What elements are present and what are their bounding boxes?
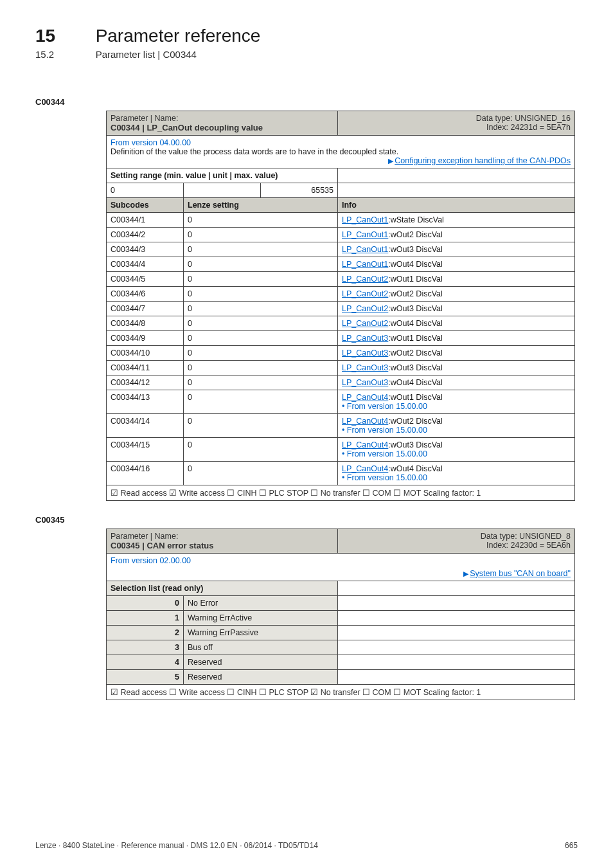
- lenze-setting-cell: 0: [184, 272, 338, 287]
- from-version-note[interactable]: • From version 15.00.00: [342, 426, 427, 435]
- data-type2: Data type: UNSIGNED_8: [481, 532, 571, 541]
- section-title: Parameter list | C00344: [96, 49, 197, 60]
- system-bus-link[interactable]: System bus "CAN on board": [470, 569, 571, 578]
- info-suffix: :wOut1 DiscVal: [388, 393, 443, 402]
- info-cell: LP_CanOut3:wOut2 DiscVal: [338, 346, 575, 361]
- description-cell: From version 04.00.00 Definition of the …: [107, 136, 575, 168]
- info-link[interactable]: LP_CanOut1: [342, 230, 388, 239]
- selection-number: 0: [107, 596, 184, 611]
- subcode-cell: C00344/13: [107, 390, 184, 414]
- info-cell: LP_CanOut4:wOut4 DiscVal • From version …: [338, 462, 575, 485]
- table-footer: ☑ Read access ☑ Write access ☐ CINH ☐ PL…: [107, 485, 575, 501]
- from-version2-link[interactable]: From version 02.00.00: [111, 556, 191, 565]
- info-suffix: :wOut3 DiscVal: [388, 245, 443, 254]
- chapter-number: 15: [35, 26, 93, 46]
- from-version-note[interactable]: • From version 15.00.00: [342, 449, 427, 458]
- selection-text: Warning ErrActive: [184, 611, 338, 626]
- selection-number: 2: [107, 626, 184, 640]
- from-version-note[interactable]: • From version 15.00.00: [342, 402, 427, 411]
- range-blank: [338, 183, 575, 198]
- lenze-setting-cell: 0: [184, 390, 338, 414]
- param-table-c00344: Parameter | Name: C00344 | LP_CanOut dec…: [106, 111, 575, 501]
- info-link[interactable]: LP_CanOut3: [342, 378, 388, 387]
- info-cell: LP_CanOut2:wOut1 DiscVal: [338, 272, 575, 287]
- param-table-c00345: Parameter | Name: C00345 | CAN error sta…: [106, 529, 575, 700]
- info-suffix: :wOut3 DiscVal: [388, 304, 443, 313]
- subcode-cell: C00344/1: [107, 213, 184, 228]
- lenze-setting-cell: 0: [184, 414, 338, 438]
- info-cell: LP_CanOut4:wOut3 DiscVal • From version …: [338, 438, 575, 462]
- lenze-setting-cell: 0: [184, 257, 338, 272]
- info-link[interactable]: LP_CanOut3: [342, 363, 388, 372]
- lenze-setting-cell: 0: [184, 242, 338, 257]
- lenze-setting-cell: 0: [184, 346, 338, 361]
- subcode-cell: C00344/12: [107, 375, 184, 390]
- info-suffix: :wOut2 DiscVal: [388, 348, 443, 357]
- table2-footer: ☑ Read access ☐ Write access ☐ CINH ☐ PL…: [107, 685, 575, 700]
- info-link[interactable]: LP_CanOut1: [342, 245, 388, 254]
- table-header-right: Data type: UNSIGNED_16 Index: 24231d = 5…: [338, 111, 575, 136]
- col-lenze-setting: Lenze setting: [184, 198, 338, 213]
- lenze-setting-cell: 0: [184, 462, 338, 485]
- col-subcodes: Subcodes: [107, 198, 184, 213]
- info-link[interactable]: LP_CanOut1: [342, 215, 388, 224]
- info-link[interactable]: LP_CanOut3: [342, 348, 388, 357]
- config-link[interactable]: Configuring exception handling of the CA…: [395, 156, 571, 165]
- table2-header-right: Data type: UNSIGNED_8 Index: 24230d = 5E…: [338, 529, 575, 554]
- subcode-cell: C00344/10: [107, 346, 184, 361]
- min-value: 0: [107, 183, 184, 198]
- unit-blank: [184, 183, 261, 198]
- selection-number: 5: [107, 670, 184, 685]
- info-link[interactable]: LP_CanOut2: [342, 289, 388, 298]
- page-footer: Lenze · 8400 StateLine · Reference manua…: [35, 841, 578, 850]
- subcode-cell: C00344/2: [107, 228, 184, 242]
- footer-left: Lenze · 8400 StateLine · Reference manua…: [35, 841, 318, 850]
- from-version-note[interactable]: • From version 15.00.00: [342, 473, 427, 482]
- header-label: Parameter | Name:: [111, 114, 178, 123]
- info-link[interactable]: LP_CanOut4: [342, 464, 388, 473]
- selection-text: Reserved: [184, 655, 338, 670]
- info-link[interactable]: LP_CanOut4: [342, 393, 388, 402]
- info-link[interactable]: LP_CanOut2: [342, 304, 388, 313]
- subcode-cell: C00344/7: [107, 302, 184, 316]
- info-suffix: :wOut2 DiscVal: [388, 417, 443, 426]
- data-type: Data type: UNSIGNED_16: [476, 114, 571, 123]
- selection-number: 1: [107, 611, 184, 626]
- subcode-cell: C00344/4: [107, 257, 184, 272]
- setting-range-blank: [338, 168, 575, 183]
- lenze-setting-cell: 0: [184, 287, 338, 302]
- code-anchor-c00344: C00344: [35, 97, 578, 107]
- from-version-link[interactable]: From version 04.00.00: [111, 138, 191, 147]
- info-link[interactable]: LP_CanOut4: [342, 417, 388, 426]
- selection-blank-cell: [338, 596, 575, 611]
- info-suffix: :wOut2 DiscVal: [388, 289, 443, 298]
- header2-name: C00345 | CAN error status: [111, 541, 213, 550]
- info-cell: LP_CanOut3:wOut1 DiscVal: [338, 331, 575, 346]
- lenze-setting-cell: 0: [184, 302, 338, 316]
- lenze-setting-cell: 0: [184, 213, 338, 228]
- index-value: Index: 24231d = 5EA7h: [486, 123, 571, 132]
- info-link[interactable]: LP_CanOut1: [342, 260, 388, 269]
- selection-blank-cell: [338, 670, 575, 685]
- index-value2: Index: 24230d = 5EA6h: [486, 541, 571, 550]
- info-link[interactable]: LP_CanOut3: [342, 334, 388, 343]
- info-cell: LP_CanOut2:wOut2 DiscVal: [338, 287, 575, 302]
- selection-text: No Error: [184, 596, 338, 611]
- selection-blank-cell: [338, 611, 575, 626]
- info-suffix: :wOut1 DiscVal: [388, 334, 443, 343]
- info-cell: LP_CanOut4:wOut1 DiscVal • From version …: [338, 390, 575, 414]
- info-link[interactable]: LP_CanOut2: [342, 319, 388, 328]
- info-cell: LP_CanOut3:wOut3 DiscVal: [338, 361, 575, 375]
- info-suffix: :wOut2 DiscVal: [388, 230, 443, 239]
- selection-text: Bus off: [184, 640, 338, 655]
- info-link[interactable]: LP_CanOut2: [342, 275, 388, 284]
- definition-text: Definition of the value the process data…: [111, 147, 398, 156]
- lenze-setting-cell: 0: [184, 361, 338, 375]
- selection-text: Warning ErrPassive: [184, 626, 338, 640]
- chapter-row: 15 Parameter reference: [35, 26, 578, 46]
- info-suffix: :wOut4 DiscVal: [388, 260, 443, 269]
- info-link[interactable]: LP_CanOut4: [342, 440, 388, 449]
- code-anchor-c00345: C00345: [35, 515, 578, 525]
- selection-text: Reserved: [184, 670, 338, 685]
- subcode-cell: C00344/9: [107, 331, 184, 346]
